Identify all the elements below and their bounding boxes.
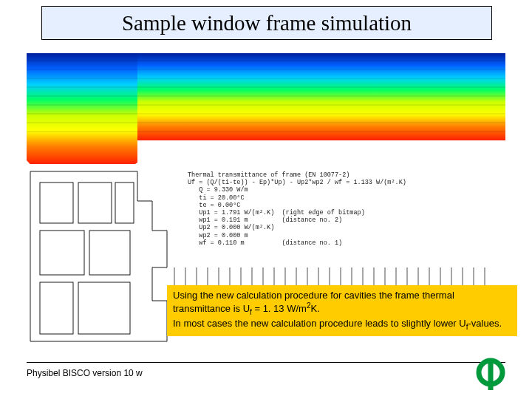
footer-text: Physibel BISCO version 10 w xyxy=(27,368,143,378)
callout-line1c: K. xyxy=(310,304,319,315)
svg-rect-4 xyxy=(40,231,84,275)
callout-line2a: In most cases the new calculation proced… xyxy=(173,318,466,329)
svg-rect-5 xyxy=(89,231,130,275)
calculation-output: Thermal transmittance of frame (EN 10077… xyxy=(188,171,468,247)
svg-rect-0 xyxy=(137,53,505,140)
svg-rect-7 xyxy=(78,282,130,334)
callout-line1b: = 1. 13 W/m xyxy=(252,304,307,315)
slide-title-box: Sample window frame simulation xyxy=(41,6,492,40)
slide-title: Sample window frame simulation xyxy=(122,11,412,35)
svg-rect-39 xyxy=(488,359,494,390)
phi-logo-icon xyxy=(476,358,505,392)
svg-rect-6 xyxy=(40,282,73,334)
svg-rect-2 xyxy=(40,183,73,223)
svg-rect-3 xyxy=(78,183,112,223)
slide: Sample window frame simulation xyxy=(0,0,532,399)
result-callout: Using the new calculation procedure for … xyxy=(167,285,517,336)
callout-line2b: -values. xyxy=(468,318,502,329)
svg-rect-1 xyxy=(27,53,137,164)
footer-rule xyxy=(27,362,505,363)
svg-rect-8 xyxy=(115,183,134,223)
